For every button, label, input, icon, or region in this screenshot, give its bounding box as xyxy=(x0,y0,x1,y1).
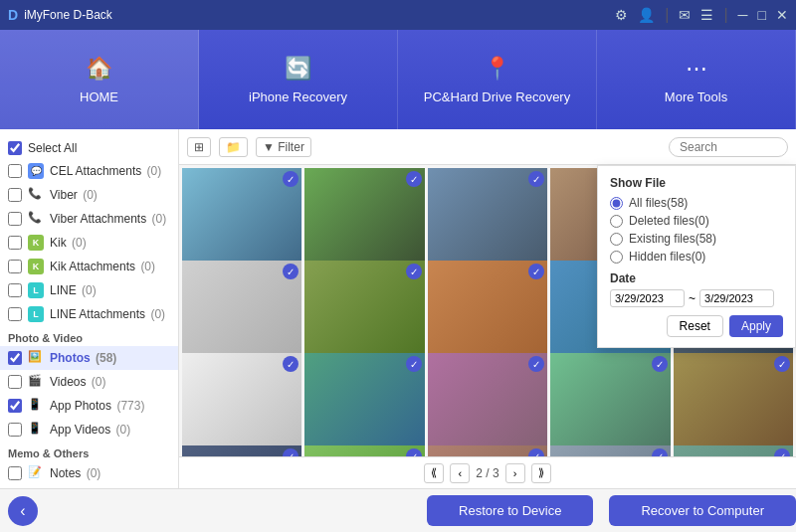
restore-to-device-button[interactable]: Restore to Device xyxy=(427,495,593,526)
recover-to-computer-button[interactable]: Recover to Computer xyxy=(609,495,796,526)
date-from-input[interactable] xyxy=(610,289,685,307)
cel-label: CEL Attachments (0) xyxy=(50,164,161,178)
notes-icon: 📝 xyxy=(28,465,44,481)
photo-cell-11[interactable]: ✓ xyxy=(182,353,301,456)
prev-page-button[interactable]: ‹ xyxy=(450,463,470,483)
photo-check-16: ✓ xyxy=(283,448,298,456)
kik-att-checkbox[interactable] xyxy=(8,260,22,273)
next-page-button[interactable]: › xyxy=(505,463,525,483)
nav-iphone-recovery[interactable]: 🔄 iPhone Recovery xyxy=(199,30,398,129)
viber-checkbox[interactable] xyxy=(8,188,22,202)
photo-cell-18[interactable]: ✓ xyxy=(428,445,547,456)
photo-cell-20[interactable]: ✓ xyxy=(674,445,793,456)
sidebar-item-videos[interactable]: 🎬 Videos (0) xyxy=(0,370,178,394)
sidebar-item-photos[interactable]: 🖼️ Photos (58) xyxy=(0,346,178,370)
last-page-button[interactable]: ⟫ xyxy=(531,463,551,483)
line-checkbox[interactable] xyxy=(8,283,22,297)
app-videos-checkbox[interactable] xyxy=(8,423,22,437)
sidebar-item-line[interactable]: L LINE (0) xyxy=(0,278,178,302)
sidebar-item-viber-att[interactable]: 📞 Viber Attachments (0) xyxy=(0,207,178,231)
nav-more-tools[interactable]: ⋯ More Tools xyxy=(597,30,796,129)
app-logo: D xyxy=(8,7,18,23)
select-all-item[interactable]: Select All xyxy=(0,137,178,159)
line-att-checkbox[interactable] xyxy=(8,307,22,321)
photo-check-18: ✓ xyxy=(528,448,544,456)
nav-tools-label: More Tools xyxy=(665,89,727,104)
photo-video-section: Photo & Video xyxy=(0,326,178,346)
folder-view-button[interactable]: 📁 xyxy=(219,137,248,157)
sidebar-item-cel[interactable]: 💬 CEL Attachments (0) xyxy=(0,159,178,183)
minimize-button[interactable]: ─ xyxy=(738,7,748,23)
sidebar-item-notes[interactable]: 📝 Notes (0) xyxy=(0,461,178,485)
sidebar: Select All 💬 CEL Attachments (0) 📞 Viber… xyxy=(0,129,179,488)
photos-checkbox[interactable] xyxy=(8,351,22,365)
user-icon[interactable]: 👤 xyxy=(638,7,655,23)
page-info: 2 / 3 xyxy=(476,466,498,480)
titlebar: D iMyFone D-Back ⚙ 👤 | ✉ ☰ | ─ □ ✕ xyxy=(0,0,796,30)
photo-cell-13[interactable]: ✓ xyxy=(428,353,547,456)
filter-all-files[interactable]: All files(58) xyxy=(610,196,783,210)
memo-others-section: Memo & Others xyxy=(0,442,178,461)
app-photos-label: App Photos (773) xyxy=(50,399,144,413)
filter-hidden-radio[interactable] xyxy=(610,251,623,264)
kik-att-icon: K xyxy=(28,259,44,274)
filter-existing-radio[interactable] xyxy=(610,233,623,246)
filter-deleted[interactable]: Deleted files(0) xyxy=(610,214,783,228)
videos-checkbox[interactable] xyxy=(8,375,22,389)
photo-cell-16[interactable]: ✓ xyxy=(182,445,301,456)
photo-check-8: ✓ xyxy=(528,264,544,279)
photo-check-6: ✓ xyxy=(283,264,298,279)
apply-button[interactable]: Apply xyxy=(729,315,783,337)
filter-deleted-radio[interactable] xyxy=(610,215,623,228)
filter-all-label: All files(58) xyxy=(629,196,688,210)
sidebar-item-line-att[interactable]: L LINE Attachments (0) xyxy=(0,302,178,326)
cel-checkbox[interactable] xyxy=(8,164,22,178)
photo-cell-12[interactable]: ✓ xyxy=(304,353,424,456)
main-content: Select All 💬 CEL Attachments (0) 📞 Viber… xyxy=(0,129,796,488)
kik-label: Kik (0) xyxy=(50,236,87,250)
grid-view-button[interactable]: ⊞ xyxy=(187,137,211,157)
viber-att-checkbox[interactable] xyxy=(8,212,22,226)
photo-cell-15[interactable]: ✓ xyxy=(674,353,793,456)
date-to-input[interactable] xyxy=(699,289,774,307)
photo-check-15: ✓ xyxy=(774,356,790,372)
photo-check-3: ✓ xyxy=(528,171,544,187)
kik-att-label: Kik Attachments (0) xyxy=(50,260,155,273)
notes-checkbox[interactable] xyxy=(8,466,22,480)
filter-hidden[interactable]: Hidden files(0) xyxy=(610,250,783,264)
viber-icon: 📞 xyxy=(28,187,44,203)
sidebar-item-app-videos[interactable]: 📱 App Videos (0) xyxy=(0,418,178,442)
photo-cell-14[interactable]: ✓ xyxy=(550,353,670,456)
navbar: 🏠 HOME 🔄 iPhone Recovery 📍 PC&Hard Drive… xyxy=(0,30,796,129)
select-all-label: Select All xyxy=(28,141,77,155)
divider: | xyxy=(665,6,669,24)
nav-home[interactable]: 🏠 HOME xyxy=(0,30,199,129)
line-att-icon: L xyxy=(28,306,44,322)
photo-cell-19[interactable]: ✓ xyxy=(550,445,670,456)
close-button[interactable]: ✕ xyxy=(776,7,788,23)
filter-existing[interactable]: Existing files(58) xyxy=(610,232,783,246)
divider2: | xyxy=(723,6,727,24)
first-page-button[interactable]: ⟪ xyxy=(424,463,444,483)
filter-button[interactable]: ▼ Filter xyxy=(256,137,311,157)
email-icon[interactable]: ✉ xyxy=(679,7,691,23)
filter-all-radio[interactable] xyxy=(610,197,623,210)
filter-hidden-label: Hidden files(0) xyxy=(629,250,705,264)
settings-icon[interactable]: ⚙ xyxy=(615,7,628,23)
sidebar-item-kik-att[interactable]: K Kik Attachments (0) xyxy=(0,255,178,278)
reset-button[interactable]: Reset xyxy=(667,315,723,337)
sidebar-item-app-photos[interactable]: 📱 App Photos (773) xyxy=(0,394,178,418)
search-input[interactable] xyxy=(669,137,788,157)
sidebar-item-viber[interactable]: 📞 Viber (0) xyxy=(0,183,178,207)
photo-cell-17[interactable]: ✓ xyxy=(304,445,424,456)
maximize-button[interactable]: □ xyxy=(758,7,766,23)
menu-icon[interactable]: ☰ xyxy=(700,7,713,23)
iphone-recovery-icon: 🔄 xyxy=(285,56,311,82)
app-photos-checkbox[interactable] xyxy=(8,399,22,413)
kik-checkbox[interactable] xyxy=(8,236,22,250)
nav-pc-recovery[interactable]: 📍 PC&Hard Drive Recovery xyxy=(398,30,597,129)
sidebar-item-kik[interactable]: K Kik (0) xyxy=(0,231,178,255)
back-button[interactable]: ‹ xyxy=(8,496,38,526)
viber-att-label: Viber Attachments (0) xyxy=(50,212,166,226)
select-all-checkbox[interactable] xyxy=(8,141,22,155)
